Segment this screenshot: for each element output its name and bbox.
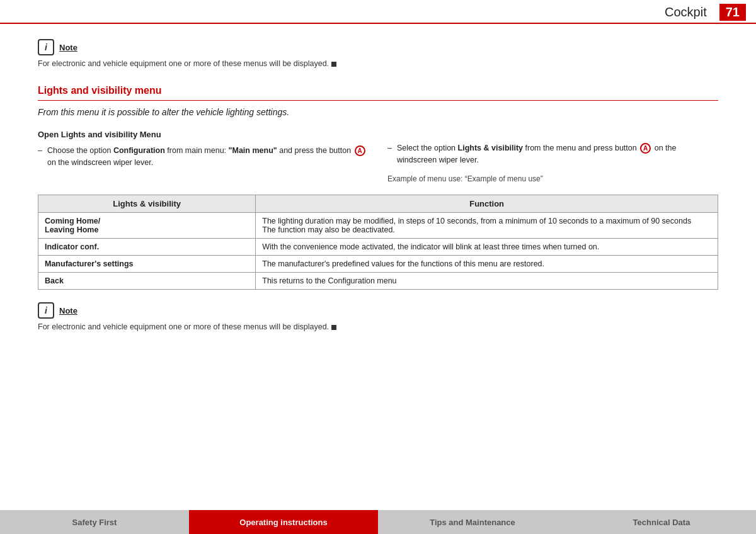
- table-row: Coming Home/ Leaving HomeThe lighting du…: [38, 213, 718, 239]
- note-box-2: i Note For electronic and vehicle equipm…: [38, 302, 718, 333]
- note-label-2: Note: [59, 306, 77, 315]
- instructions-grid: Open Lights and visibility Menu – Choose…: [38, 128, 718, 185]
- note-label-1: Note: [59, 43, 77, 52]
- table-cell-col2: With the convenience mode activated, the…: [256, 239, 718, 256]
- table-cell-col1: Back: [38, 273, 256, 290]
- left-bullet-text: Choose the option Configuration from mai…: [47, 145, 369, 169]
- footer-bar: Safety FirstOperating instructionsTips a…: [0, 510, 756, 534]
- table-row: BackThis returns to the Configuration me…: [38, 273, 718, 290]
- dash-left: –: [38, 145, 42, 157]
- dash-right: –: [387, 142, 392, 154]
- note-text-1: For electronic and vehicle equipment one…: [38, 58, 718, 70]
- table-cell-col2: The manufacturer's predefined values for…: [256, 256, 718, 273]
- circle-btn-right: A: [640, 143, 651, 154]
- table-cell-col2: The lighting duration may be modified, i…: [256, 213, 718, 239]
- instructions-right: – Select the option Lights & visibility …: [387, 128, 718, 185]
- note-header-2: i Note: [38, 302, 718, 319]
- footer-segment-2[interactable]: Tips and Maintenance: [378, 510, 567, 534]
- table-cell-col2: This returns to the Configuration menu: [256, 273, 718, 290]
- table-cell-col1: Manufacturer's settings: [38, 256, 256, 273]
- circle-btn-left: A: [355, 145, 365, 156]
- note-box-1: i Note For electronic and vehicle equipm…: [38, 39, 718, 70]
- lights-visibility-table: Lights & visibility Function Coming Home…: [38, 195, 718, 290]
- table-row: Indicator conf.With the convenience mode…: [38, 239, 718, 256]
- table-header-row: Lights & visibility Function: [38, 195, 718, 213]
- right-bullet-text: Select the option Lights & visibility fr…: [397, 142, 718, 167]
- footer-segment-0[interactable]: Safety First: [0, 510, 189, 534]
- col2-header: Function: [256, 195, 718, 213]
- page-title: Cockpit: [665, 5, 707, 20]
- info-icon-1: i: [38, 39, 54, 55]
- left-bullet: – Choose the option Configuration from m…: [38, 145, 369, 169]
- col1-header: Lights & visibility: [38, 195, 256, 213]
- page-header: Cockpit 71: [0, 0, 756, 24]
- note-end-square-2: [331, 325, 336, 330]
- table-row: Manufacturer's settingsThe manufacturer'…: [38, 256, 718, 273]
- table-cell-col1: Indicator conf.: [38, 239, 256, 256]
- note-end-square-1: [331, 62, 336, 67]
- section-intro: From this menu it is possible to alter t…: [38, 107, 718, 117]
- info-icon-2: i: [38, 302, 54, 319]
- instructions-left: Open Lights and visibility Menu – Choose…: [38, 128, 369, 185]
- note-text-2: For electronic and vehicle equipment one…: [38, 321, 718, 333]
- right-bullet: – Select the option Lights & visibility …: [387, 142, 718, 167]
- main-content: i Note For electronic and vehicle equipm…: [0, 24, 756, 357]
- section-heading: Lights and visibility menu: [38, 85, 718, 101]
- page-number: 71: [719, 4, 746, 21]
- open-heading: Open Lights and visibility Menu: [38, 128, 369, 141]
- footer-segment-3[interactable]: Technical Data: [567, 510, 756, 534]
- table-cell-col1: Coming Home/ Leaving Home: [38, 213, 256, 239]
- note-header-1: i Note: [38, 39, 718, 55]
- example-text: Example of menu use: “Example of menu us…: [387, 173, 718, 185]
- footer-segment-1[interactable]: Operating instructions: [189, 510, 378, 534]
